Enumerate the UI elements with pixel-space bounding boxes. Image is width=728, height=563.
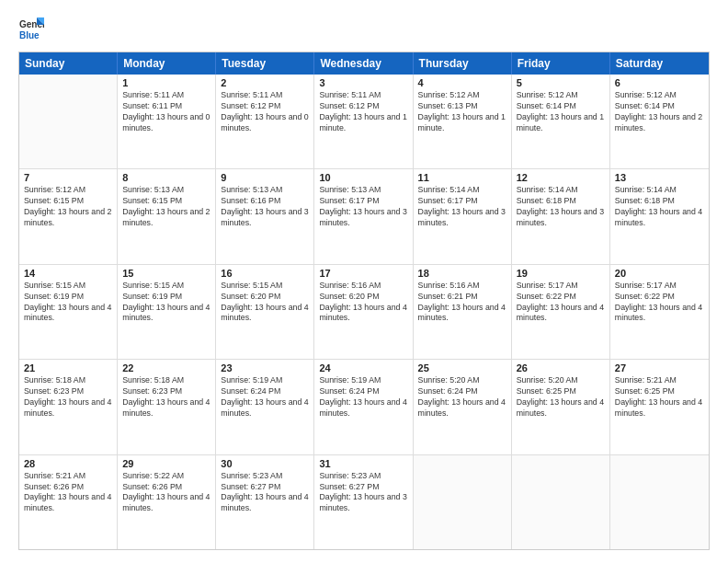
day-number: 5 [517, 77, 605, 88]
table-row: 26 Sunrise: 5:20 AMSunset: 6:25 PMDaylig… [512, 360, 610, 454]
cell-info: Sunrise: 5:13 AMSunset: 6:15 PMDaylight:… [122, 185, 210, 229]
table-row: 31 Sunrise: 5:23 AMSunset: 6:27 PMDaylig… [314, 455, 413, 549]
table-row: 15 Sunrise: 5:15 AMSunset: 6:19 PMDaylig… [118, 265, 216, 359]
cell-info: Sunrise: 5:12 AMSunset: 6:14 PMDaylight:… [517, 90, 605, 134]
cell-info: Sunrise: 5:20 AMSunset: 6:25 PMDaylight:… [517, 375, 605, 419]
cell-info: Sunrise: 5:15 AMSunset: 6:19 PMDaylight:… [24, 281, 112, 325]
cell-info: Sunrise: 5:13 AMSunset: 6:16 PMDaylight:… [221, 185, 309, 229]
day-number: 3 [319, 77, 407, 88]
day-number: 19 [517, 268, 605, 279]
calendar-body: 1 Sunrise: 5:11 AMSunset: 6:11 PMDayligh… [19, 75, 709, 549]
table-row: 23 Sunrise: 5:19 AMSunset: 6:24 PMDaylig… [216, 360, 314, 454]
cell-info: Sunrise: 5:21 AMSunset: 6:26 PMDaylight:… [24, 471, 112, 515]
cal-week-3: 14 Sunrise: 5:15 AMSunset: 6:19 PMDaylig… [19, 265, 709, 360]
cell-info: Sunrise: 5:16 AMSunset: 6:20 PMDaylight:… [319, 281, 407, 325]
table-row [19, 75, 118, 168]
logo: General Blue [18, 17, 44, 42]
day-number: 24 [319, 362, 407, 373]
day-number: 17 [319, 268, 407, 279]
table-row: 9 Sunrise: 5:13 AMSunset: 6:16 PMDayligh… [216, 169, 314, 263]
cell-info: Sunrise: 5:21 AMSunset: 6:25 PMDaylight:… [615, 375, 704, 419]
table-row: 2 Sunrise: 5:11 AMSunset: 6:12 PMDayligh… [216, 75, 314, 168]
cell-info: Sunrise: 5:12 AMSunset: 6:13 PMDaylight:… [418, 90, 506, 134]
table-row: 8 Sunrise: 5:13 AMSunset: 6:15 PMDayligh… [118, 169, 216, 263]
cell-info: Sunrise: 5:14 AMSunset: 6:18 PMDaylight:… [517, 185, 605, 229]
day-number: 29 [122, 458, 210, 469]
table-row: 24 Sunrise: 5:19 AMSunset: 6:24 PMDaylig… [314, 360, 413, 454]
table-row: 17 Sunrise: 5:16 AMSunset: 6:20 PMDaylig… [314, 265, 413, 359]
day-number: 10 [319, 172, 407, 183]
table-row: 6 Sunrise: 5:12 AMSunset: 6:14 PMDayligh… [610, 75, 709, 168]
table-row [512, 455, 610, 549]
cell-info: Sunrise: 5:12 AMSunset: 6:15 PMDaylight:… [24, 185, 112, 229]
table-row [414, 455, 512, 549]
cell-info: Sunrise: 5:11 AMSunset: 6:12 PMDaylight:… [319, 90, 407, 134]
cell-info: Sunrise: 5:19 AMSunset: 6:24 PMDaylight:… [221, 375, 309, 419]
cell-info: Sunrise: 5:15 AMSunset: 6:19 PMDaylight:… [122, 281, 210, 325]
day-number: 9 [221, 172, 309, 183]
day-number: 13 [615, 172, 704, 183]
table-row: 19 Sunrise: 5:17 AMSunset: 6:22 PMDaylig… [512, 265, 610, 359]
day-number: 23 [221, 362, 309, 373]
day-number: 16 [221, 268, 309, 279]
day-number: 26 [517, 362, 605, 373]
day-number: 30 [221, 458, 309, 469]
table-row: 18 Sunrise: 5:16 AMSunset: 6:21 PMDaylig… [414, 265, 512, 359]
day-number: 11 [418, 172, 506, 183]
table-row: 7 Sunrise: 5:12 AMSunset: 6:15 PMDayligh… [19, 169, 118, 263]
cal-week-2: 7 Sunrise: 5:12 AMSunset: 6:15 PMDayligh… [19, 169, 709, 264]
cal-header-thursday: Thursday [414, 52, 512, 75]
page: General Blue SundayMondayTuesdayWednesda… [0, 0, 728, 563]
cell-info: Sunrise: 5:23 AMSunset: 6:27 PMDaylight:… [319, 471, 407, 515]
table-row: 16 Sunrise: 5:15 AMSunset: 6:20 PMDaylig… [216, 265, 314, 359]
table-row: 27 Sunrise: 5:21 AMSunset: 6:25 PMDaylig… [610, 360, 709, 454]
cell-info: Sunrise: 5:17 AMSunset: 6:22 PMDaylight:… [517, 281, 605, 325]
cell-info: Sunrise: 5:13 AMSunset: 6:17 PMDaylight:… [319, 185, 407, 229]
cal-week-4: 21 Sunrise: 5:18 AMSunset: 6:23 PMDaylig… [19, 360, 709, 454]
cal-header-sunday: Sunday [19, 52, 118, 75]
day-number: 27 [615, 362, 704, 373]
calendar: SundayMondayTuesdayWednesdayThursdayFrid… [18, 52, 710, 550]
cell-info: Sunrise: 5:20 AMSunset: 6:24 PMDaylight:… [418, 375, 506, 419]
cal-header-friday: Friday [512, 52, 610, 75]
cal-header-wednesday: Wednesday [314, 52, 413, 75]
table-row: 11 Sunrise: 5:14 AMSunset: 6:17 PMDaylig… [414, 169, 512, 263]
cell-info: Sunrise: 5:22 AMSunset: 6:26 PMDaylight:… [122, 471, 210, 515]
cell-info: Sunrise: 5:11 AMSunset: 6:11 PMDaylight:… [122, 90, 210, 134]
table-row: 21 Sunrise: 5:18 AMSunset: 6:23 PMDaylig… [19, 360, 118, 454]
table-row: 3 Sunrise: 5:11 AMSunset: 6:12 PMDayligh… [314, 75, 413, 168]
day-number: 8 [122, 172, 210, 183]
table-row: 28 Sunrise: 5:21 AMSunset: 6:26 PMDaylig… [19, 455, 118, 549]
day-number: 15 [122, 268, 210, 279]
cell-info: Sunrise: 5:14 AMSunset: 6:17 PMDaylight:… [418, 185, 506, 229]
header: General Blue [18, 17, 710, 42]
cell-info: Sunrise: 5:14 AMSunset: 6:18 PMDaylight:… [615, 185, 704, 229]
cell-info: Sunrise: 5:11 AMSunset: 6:12 PMDaylight:… [221, 90, 309, 134]
table-row: 30 Sunrise: 5:23 AMSunset: 6:27 PMDaylig… [216, 455, 314, 549]
day-number: 25 [418, 362, 506, 373]
cell-info: Sunrise: 5:19 AMSunset: 6:24 PMDaylight:… [319, 375, 407, 419]
table-row [610, 455, 709, 549]
cell-info: Sunrise: 5:12 AMSunset: 6:14 PMDaylight:… [615, 90, 704, 134]
day-number: 22 [122, 362, 210, 373]
cell-info: Sunrise: 5:18 AMSunset: 6:23 PMDaylight:… [24, 375, 112, 419]
day-number: 4 [418, 77, 506, 88]
day-number: 7 [24, 172, 112, 183]
table-row: 12 Sunrise: 5:14 AMSunset: 6:18 PMDaylig… [512, 169, 610, 263]
day-number: 14 [24, 268, 112, 279]
table-row: 20 Sunrise: 5:17 AMSunset: 6:22 PMDaylig… [610, 265, 709, 359]
day-number: 2 [221, 77, 309, 88]
table-row: 13 Sunrise: 5:14 AMSunset: 6:18 PMDaylig… [610, 169, 709, 263]
table-row: 5 Sunrise: 5:12 AMSunset: 6:14 PMDayligh… [512, 75, 610, 168]
table-row: 22 Sunrise: 5:18 AMSunset: 6:23 PMDaylig… [118, 360, 216, 454]
cal-week-5: 28 Sunrise: 5:21 AMSunset: 6:26 PMDaylig… [19, 455, 709, 549]
day-number: 20 [615, 268, 704, 279]
cal-header-monday: Monday [118, 52, 216, 75]
table-row: 4 Sunrise: 5:12 AMSunset: 6:13 PMDayligh… [414, 75, 512, 168]
cal-header-tuesday: Tuesday [216, 52, 314, 75]
cell-info: Sunrise: 5:17 AMSunset: 6:22 PMDaylight:… [615, 281, 704, 325]
cell-info: Sunrise: 5:18 AMSunset: 6:23 PMDaylight:… [122, 375, 210, 419]
day-number: 21 [24, 362, 112, 373]
calendar-header: SundayMondayTuesdayWednesdayThursdayFrid… [19, 52, 709, 75]
day-number: 31 [319, 458, 407, 469]
